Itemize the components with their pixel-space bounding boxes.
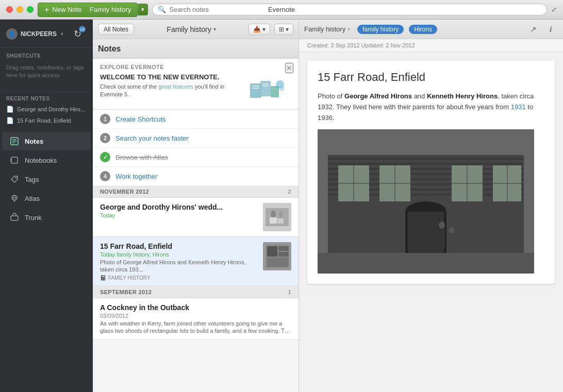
new-note-button[interactable]: + New Note Family history bbox=[38, 3, 138, 17]
sort-button[interactable]: 📥 ▾ bbox=[249, 24, 270, 35]
svg-rect-5 bbox=[10, 158, 12, 162]
note-item-1-title: George and Dorothy Hirons' wedd... bbox=[100, 203, 258, 211]
svg-rect-15 bbox=[262, 83, 269, 84]
svg-point-22 bbox=[271, 211, 276, 218]
all-notes-button[interactable]: All Notes bbox=[98, 24, 134, 35]
maximize-button[interactable] bbox=[27, 6, 34, 13]
svg-rect-10 bbox=[11, 216, 18, 220]
share-icon: ↗ bbox=[530, 25, 537, 34]
new-note-label: New Note bbox=[52, 6, 81, 13]
sidebar-item-trunk[interactable]: Trunk bbox=[2, 208, 91, 227]
note-item-2-meta: Today family history, Hirons bbox=[100, 251, 258, 258]
explore-close-button[interactable]: ✕ bbox=[285, 63, 293, 73]
sidebar-item-notebooks-label: Notebooks bbox=[25, 157, 57, 164]
person-2-name: Kenneth Henry Hirons bbox=[427, 92, 498, 100]
explore-step-4[interactable]: 4 Work together bbox=[93, 167, 299, 186]
notebooks-icon bbox=[9, 155, 20, 165]
note-detail-toolbar: Family history ▾ family history Hirons ↗… bbox=[299, 20, 563, 39]
note-item-2-thumb bbox=[263, 242, 291, 270]
explore-banner: EXPLORE EVERNOTE WELCOME TO THE NEW EVER… bbox=[93, 59, 299, 110]
svg-point-6 bbox=[15, 177, 17, 179]
share-button[interactable]: ↗ bbox=[526, 22, 540, 37]
tag-chip-2[interactable]: Hirons bbox=[409, 25, 437, 34]
note-item-3-date: 03/09/2012 bbox=[100, 313, 291, 319]
svg-point-23 bbox=[279, 211, 283, 217]
info-button[interactable]: i bbox=[543, 22, 558, 37]
step-3-num: ✓ bbox=[100, 152, 110, 162]
explore-desc: Check out some of the great features you… bbox=[100, 83, 240, 99]
plus-icon: + bbox=[44, 5, 49, 14]
notebook-name: FAMILY HISTORY bbox=[108, 275, 151, 281]
search-input[interactable] bbox=[169, 6, 541, 13]
sync-button[interactable]: ↻ 16 bbox=[68, 25, 87, 43]
expand-icon[interactable]: ⤢ bbox=[551, 6, 557, 13]
titlebar: + New Note Family history ▾ Evernote 🔍 ⤢ bbox=[0, 0, 563, 20]
view-toggle-button[interactable]: ⊞ ▾ bbox=[274, 24, 293, 35]
sidebar-item-atlas[interactable]: Atlas bbox=[2, 189, 91, 208]
note-item-1-content: George and Dorothy Hirons' wedd... Today bbox=[100, 203, 258, 231]
shortcuts-title: SHORTCUTS bbox=[0, 48, 93, 61]
step-1-label: Create Shortcuts bbox=[115, 115, 166, 123]
search-bar[interactable]: 🔍 bbox=[152, 4, 547, 15]
sidebar-item-notes-label: Notes bbox=[25, 138, 43, 145]
notebook-chevron-icon: ▾ bbox=[213, 26, 216, 32]
minimize-button[interactable] bbox=[16, 6, 23, 13]
explore-step-2[interactable]: 2 Search your notes faster bbox=[93, 129, 299, 148]
svg-point-59 bbox=[439, 221, 445, 229]
app-title: Evernote bbox=[268, 6, 295, 13]
user-menu[interactable]: 👤 NICKPEERS ▾ bbox=[6, 28, 63, 40]
recent-note-1[interactable]: 📄 George and Dorothy Hiro... bbox=[0, 104, 93, 115]
sidebar-item-tags[interactable]: Tags bbox=[2, 170, 91, 189]
close-button[interactable] bbox=[6, 6, 13, 13]
note-item-2-preview: Photo of George Alfred Hirons and Kennet… bbox=[100, 259, 258, 274]
step-1-num: 1 bbox=[100, 114, 110, 124]
svg-rect-25 bbox=[277, 218, 284, 224]
tags-icon bbox=[9, 174, 20, 184]
year-link-1931[interactable]: 1931 bbox=[511, 103, 526, 111]
great-features-link[interactable]: great features bbox=[158, 83, 193, 90]
sidebar-item-trunk-label: Trunk bbox=[25, 214, 42, 221]
note-meta-text: Created: 3 Sep 2012 Updated: 2 Nov 2012 bbox=[307, 42, 415, 48]
sort-icon: 📥 bbox=[253, 26, 261, 33]
explore-step-3[interactable]: ✓ Browse with Atlas bbox=[93, 148, 299, 167]
username-label: NICKPEERS bbox=[21, 30, 57, 38]
note-item-1-date: Today bbox=[100, 212, 258, 218]
section-november-count: 2 bbox=[288, 189, 291, 195]
note-item-3[interactable]: A Cockney in the Outback 03/09/2012 As w… bbox=[93, 298, 299, 340]
note-item-3-preview: As with weather in Kerry, farm joined ot… bbox=[100, 320, 291, 335]
step-2-num: 2 bbox=[100, 133, 110, 143]
view-icon-chevron: ▾ bbox=[286, 26, 289, 33]
explore-step-1[interactable]: 1 Create Shortcuts bbox=[93, 110, 299, 129]
trunk-icon bbox=[9, 212, 20, 223]
note-card-body: Photo of George Alfred Hirons and Kennet… bbox=[318, 91, 544, 123]
svg-point-19 bbox=[279, 86, 285, 91]
notebook-selector[interactable]: Family history ▾ bbox=[138, 25, 244, 33]
sidebar-item-atlas-label: Atlas bbox=[25, 195, 40, 202]
note-item-2-notebook: 📓 FAMILY HISTORY bbox=[100, 275, 258, 281]
explore-steps: 1 Create Shortcuts 2 Search your notes f… bbox=[93, 110, 299, 186]
note-detail: Family history ▾ family history Hirons ↗… bbox=[299, 20, 563, 392]
note-card: 15 Farr Road, Enfield Photo of George Al… bbox=[307, 60, 555, 284]
note-card-image bbox=[318, 129, 534, 274]
step-2-label: Search your notes faster bbox=[115, 134, 189, 142]
breadcrumb: Family history ▾ family history Hirons bbox=[304, 25, 523, 34]
breadcrumb-notebook: Family history bbox=[304, 25, 345, 33]
note-item-1[interactable]: George and Dorothy Hirons' wedd... Today bbox=[93, 198, 299, 237]
note-item-3-title: A Cockney in the Outback bbox=[100, 303, 291, 312]
new-note-dropdown-button[interactable]: ▾ bbox=[138, 4, 148, 15]
note-item-2-title: 15 Farr Road, Enfield bbox=[100, 242, 258, 250]
step-3-label: Browse with Atlas bbox=[115, 154, 168, 161]
recent-note-1-label: George and Dorothy Hiro... bbox=[17, 106, 85, 112]
user-chevron-icon: ▾ bbox=[61, 31, 63, 37]
sidebar-item-notebooks[interactable]: Notebooks bbox=[2, 151, 91, 169]
person-1-name: George Alfred Hirons bbox=[344, 92, 412, 100]
note-item-2[interactable]: 15 Farr Road, Enfield Today family histo… bbox=[93, 237, 299, 286]
info-icon: i bbox=[550, 25, 552, 33]
sidebar: 👤 NICKPEERS ▾ ↻ 16 SHORTCUTS Drag notes,… bbox=[0, 20, 93, 392]
tag-chip-1[interactable]: family history bbox=[357, 25, 404, 34]
recent-note-2[interactable]: 📄 15 Farr Road, Enfield bbox=[0, 115, 93, 126]
search-icon: 🔍 bbox=[158, 6, 166, 13]
sidebar-item-notes[interactable]: Notes bbox=[2, 132, 91, 150]
svg-rect-30 bbox=[278, 252, 289, 257]
notes-icon bbox=[9, 136, 20, 146]
